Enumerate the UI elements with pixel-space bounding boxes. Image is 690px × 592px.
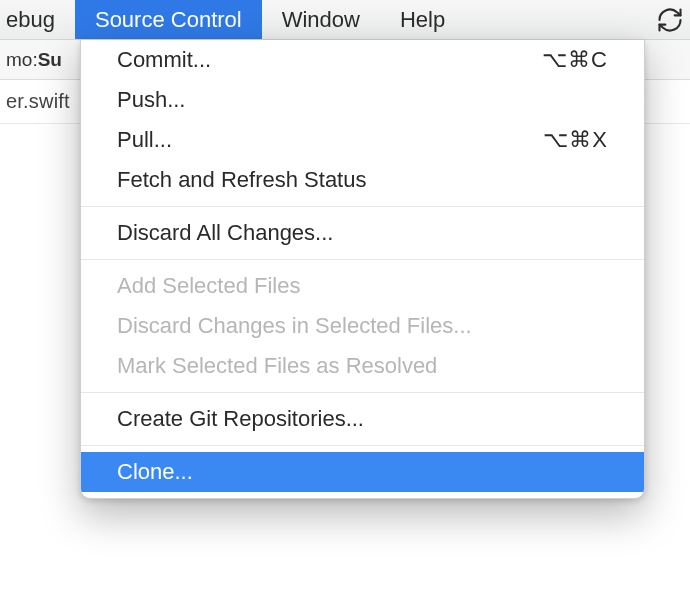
menu-item-fetch-refresh[interactable]: Fetch and Refresh Status	[81, 160, 644, 200]
menu-item-label: Discard Changes in Selected Files...	[117, 313, 472, 339]
menu-item-commit[interactable]: Commit... ⌥⌘C	[81, 40, 644, 80]
menu-item-label: Clone...	[117, 459, 193, 485]
menu-item-shortcut: ⌥⌘C	[542, 47, 608, 73]
menu-item-discard-all[interactable]: Discard All Changes...	[81, 213, 644, 253]
menubar-item-label: Window	[282, 7, 360, 33]
menu-item-mark-resolved: Mark Selected Files as Resolved	[81, 346, 644, 386]
menu-separator	[81, 206, 644, 207]
menu-separator	[81, 392, 644, 393]
breadcrumb-fragment: er.swift	[6, 90, 70, 113]
menubar: ebug Source Control Window Help	[0, 0, 690, 40]
menu-item-clone[interactable]: Clone...	[81, 452, 644, 492]
toolbar-prefix: mo:	[6, 49, 38, 71]
menubar-item-label: Help	[400, 7, 445, 33]
menu-separator	[81, 445, 644, 446]
menu-item-label: Mark Selected Files as Resolved	[117, 353, 437, 379]
menubar-item-source-control[interactable]: Source Control	[75, 0, 262, 39]
menu-item-create-repos[interactable]: Create Git Repositories...	[81, 399, 644, 439]
source-control-menu: Commit... ⌥⌘C Push... Pull... ⌥⌘X Fetch …	[80, 40, 645, 499]
menu-item-label: Pull...	[117, 127, 172, 153]
menu-item-label: Commit...	[117, 47, 211, 73]
menu-item-label: Fetch and Refresh Status	[117, 167, 366, 193]
menu-separator	[81, 259, 644, 260]
menu-item-discard-selected: Discard Changes in Selected Files...	[81, 306, 644, 346]
menu-item-pull[interactable]: Pull... ⌥⌘X	[81, 120, 644, 160]
menu-item-push[interactable]: Push...	[81, 80, 644, 120]
menu-item-shortcut: ⌥⌘X	[543, 127, 608, 153]
menu-item-add-selected: Add Selected Files	[81, 266, 644, 306]
menubar-item-label: Source Control	[95, 7, 242, 33]
menu-item-label: Create Git Repositories...	[117, 406, 364, 432]
sync-icon[interactable]	[650, 6, 690, 34]
menubar-item-debug-partial[interactable]: ebug	[0, 0, 75, 39]
menubar-item-help[interactable]: Help	[380, 0, 465, 39]
menu-item-label: Discard All Changes...	[117, 220, 333, 246]
toolbar-bold-fragment: Su	[38, 49, 62, 71]
menubar-item-label: ebug	[6, 7, 55, 33]
menu-item-label: Add Selected Files	[117, 273, 300, 299]
menubar-item-window[interactable]: Window	[262, 0, 380, 39]
menu-item-label: Push...	[117, 87, 185, 113]
